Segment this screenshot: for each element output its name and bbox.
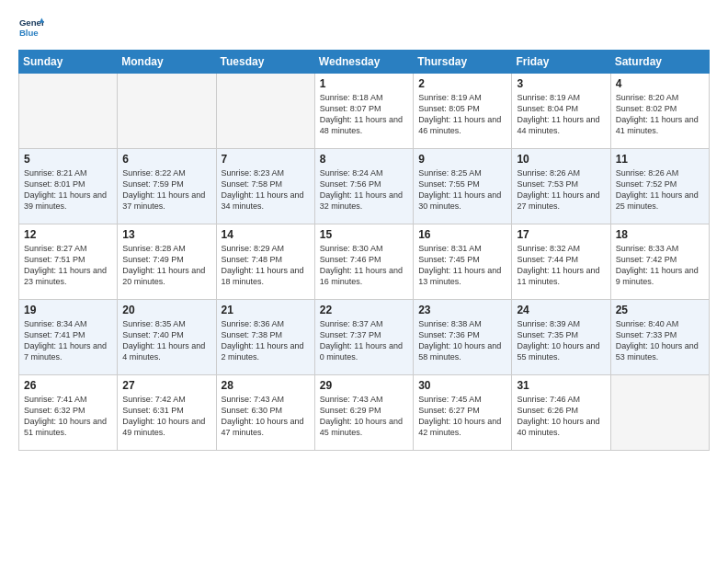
day-number: 17 [517, 228, 605, 241]
day-number: 26 [24, 379, 112, 392]
day-number: 25 [616, 304, 704, 316]
calendar-cell: 3Sunrise: 8:19 AMSunset: 8:04 PMDaylight… [512, 74, 610, 149]
svg-text:Blue: Blue [19, 28, 39, 38]
calendar-cell: 7Sunrise: 8:23 AMSunset: 7:58 PMDaylight… [216, 149, 314, 224]
calendar-cell: 24Sunrise: 8:39 AMSunset: 7:35 PMDayligh… [512, 300, 610, 375]
cell-info: Sunrise: 8:38 AMSunset: 7:36 PMDaylight:… [418, 318, 506, 363]
calendar-cell: 16Sunrise: 8:31 AMSunset: 7:45 PMDayligh… [414, 224, 512, 300]
day-header-sunday: Sunday [19, 51, 118, 74]
calendar-cell: 30Sunrise: 7:45 AMSunset: 6:27 PMDayligh… [414, 375, 512, 451]
day-number: 3 [517, 77, 605, 90]
cell-info: Sunrise: 8:26 AMSunset: 7:52 PMDaylight:… [616, 167, 704, 213]
day-number: 8 [320, 153, 408, 166]
cell-info: Sunrise: 8:35 AMSunset: 7:40 PMDaylight:… [122, 318, 210, 363]
day-number: 20 [122, 304, 210, 316]
day-number: 2 [418, 77, 506, 90]
cell-info: Sunrise: 7:42 AMSunset: 6:31 PMDaylight:… [122, 394, 210, 439]
calendar-cell [118, 74, 216, 149]
week-row-2: 5Sunrise: 8:21 AMSunset: 8:01 PMDaylight… [19, 149, 710, 224]
calendar-cell [19, 74, 118, 149]
calendar-cell: 1Sunrise: 8:18 AMSunset: 8:07 PMDaylight… [314, 74, 413, 149]
day-number: 19 [24, 304, 112, 316]
cell-info: Sunrise: 8:39 AMSunset: 7:35 PMDaylight:… [517, 318, 605, 363]
cell-info: Sunrise: 8:29 AMSunset: 7:48 PMDaylight:… [222, 243, 310, 288]
cell-info: Sunrise: 8:28 AMSunset: 7:49 PMDaylight:… [122, 243, 210, 288]
cell-info: Sunrise: 8:19 AMSunset: 8:04 PMDaylight:… [517, 92, 605, 137]
calendar-cell: 19Sunrise: 8:34 AMSunset: 7:41 PMDayligh… [19, 300, 118, 375]
cell-info: Sunrise: 8:20 AMSunset: 8:02 PMDaylight:… [616, 92, 704, 137]
cell-info: Sunrise: 8:27 AMSunset: 7:51 PMDaylight:… [24, 243, 112, 288]
calendar-cell: 9Sunrise: 8:25 AMSunset: 7:55 PMDaylight… [414, 149, 512, 224]
cell-info: Sunrise: 8:34 AMSunset: 7:41 PMDaylight:… [24, 318, 112, 363]
day-number: 9 [418, 153, 506, 166]
day-number: 22 [320, 304, 408, 316]
day-number: 4 [616, 77, 704, 90]
cell-info: Sunrise: 8:36 AMSunset: 7:38 PMDaylight:… [222, 318, 310, 363]
calendar-body: 1Sunrise: 8:18 AMSunset: 8:07 PMDaylight… [19, 74, 710, 451]
day-number: 18 [616, 228, 704, 241]
calendar-cell: 17Sunrise: 8:32 AMSunset: 7:44 PMDayligh… [512, 224, 610, 300]
cell-info: Sunrise: 8:23 AMSunset: 7:58 PMDaylight:… [222, 167, 310, 213]
day-header-friday: Friday [512, 51, 610, 74]
cell-info: Sunrise: 8:24 AMSunset: 7:56 PMDaylight:… [320, 167, 408, 213]
calendar-header-row: SundayMondayTuesdayWednesdayThursdayFrid… [19, 51, 710, 74]
calendar-cell: 6Sunrise: 8:22 AMSunset: 7:59 PMDaylight… [118, 149, 216, 224]
calendar-cell: 15Sunrise: 8:30 AMSunset: 7:46 PMDayligh… [314, 224, 413, 300]
calendar-cell: 20Sunrise: 8:35 AMSunset: 7:40 PMDayligh… [118, 300, 216, 375]
cell-info: Sunrise: 7:43 AMSunset: 6:29 PMDaylight:… [320, 394, 408, 439]
calendar-cell [216, 74, 314, 149]
week-row-1: 1Sunrise: 8:18 AMSunset: 8:07 PMDaylight… [19, 74, 710, 149]
week-row-3: 12Sunrise: 8:27 AMSunset: 7:51 PMDayligh… [19, 224, 710, 300]
day-number: 27 [122, 379, 210, 392]
calendar-cell: 18Sunrise: 8:33 AMSunset: 7:42 PMDayligh… [610, 224, 709, 300]
day-number: 13 [122, 228, 210, 241]
cell-info: Sunrise: 8:25 AMSunset: 7:55 PMDaylight:… [418, 167, 506, 213]
calendar-cell: 23Sunrise: 8:38 AMSunset: 7:36 PMDayligh… [414, 300, 512, 375]
cell-info: Sunrise: 7:41 AMSunset: 6:32 PMDaylight:… [24, 394, 112, 439]
calendar-cell: 10Sunrise: 8:26 AMSunset: 7:53 PMDayligh… [512, 149, 610, 224]
cell-info: Sunrise: 7:43 AMSunset: 6:30 PMDaylight:… [222, 394, 310, 439]
calendar-cell: 22Sunrise: 8:37 AMSunset: 7:37 PMDayligh… [314, 300, 413, 375]
day-number: 24 [517, 304, 605, 316]
cell-info: Sunrise: 8:19 AMSunset: 8:05 PMDaylight:… [418, 92, 506, 137]
calendar-cell: 31Sunrise: 7:46 AMSunset: 6:26 PMDayligh… [512, 375, 610, 451]
day-number: 1 [320, 77, 408, 90]
calendar-cell: 26Sunrise: 7:41 AMSunset: 6:32 PMDayligh… [19, 375, 118, 451]
cell-info: Sunrise: 8:26 AMSunset: 7:53 PMDaylight:… [517, 167, 605, 213]
logo-icon: General Blue [18, 15, 44, 40]
calendar-cell [610, 375, 709, 451]
calendar-cell: 28Sunrise: 7:43 AMSunset: 6:30 PMDayligh… [216, 375, 314, 451]
calendar-cell: 5Sunrise: 8:21 AMSunset: 8:01 PMDaylight… [19, 149, 118, 224]
day-number: 30 [418, 379, 506, 392]
page-header: General Blue [18, 15, 710, 40]
calendar-cell: 12Sunrise: 8:27 AMSunset: 7:51 PMDayligh… [19, 224, 118, 300]
day-number: 31 [517, 379, 605, 392]
calendar-cell: 4Sunrise: 8:20 AMSunset: 8:02 PMDaylight… [610, 74, 709, 149]
cell-info: Sunrise: 8:31 AMSunset: 7:45 PMDaylight:… [418, 243, 506, 288]
day-number: 16 [418, 228, 506, 241]
day-header-thursday: Thursday [414, 51, 512, 74]
cell-info: Sunrise: 8:32 AMSunset: 7:44 PMDaylight:… [517, 243, 605, 288]
calendar-cell: 14Sunrise: 8:29 AMSunset: 7:48 PMDayligh… [216, 224, 314, 300]
logo: General Blue [18, 15, 44, 40]
week-row-4: 19Sunrise: 8:34 AMSunset: 7:41 PMDayligh… [19, 300, 710, 375]
cell-info: Sunrise: 7:46 AMSunset: 6:26 PMDaylight:… [517, 394, 605, 439]
day-number: 10 [517, 153, 605, 166]
day-header-wednesday: Wednesday [314, 51, 413, 74]
cell-info: Sunrise: 8:18 AMSunset: 8:07 PMDaylight:… [320, 92, 408, 137]
day-number: 11 [616, 153, 704, 166]
calendar-cell: 11Sunrise: 8:26 AMSunset: 7:52 PMDayligh… [610, 149, 709, 224]
day-number: 5 [24, 153, 112, 166]
calendar-cell: 27Sunrise: 7:42 AMSunset: 6:31 PMDayligh… [118, 375, 216, 451]
calendar-cell: 29Sunrise: 7:43 AMSunset: 6:29 PMDayligh… [314, 375, 413, 451]
day-header-saturday: Saturday [610, 51, 709, 74]
cell-info: Sunrise: 7:45 AMSunset: 6:27 PMDaylight:… [418, 394, 506, 439]
cell-info: Sunrise: 8:22 AMSunset: 7:59 PMDaylight:… [122, 167, 210, 213]
day-number: 23 [418, 304, 506, 316]
day-number: 21 [222, 304, 310, 316]
calendar-cell: 2Sunrise: 8:19 AMSunset: 8:05 PMDaylight… [414, 74, 512, 149]
day-number: 7 [222, 153, 310, 166]
week-row-5: 26Sunrise: 7:41 AMSunset: 6:32 PMDayligh… [19, 375, 710, 451]
cell-info: Sunrise: 8:33 AMSunset: 7:42 PMDaylight:… [616, 243, 704, 288]
page-container: General Blue SundayMondayTuesdayWednesda… [0, 0, 728, 460]
